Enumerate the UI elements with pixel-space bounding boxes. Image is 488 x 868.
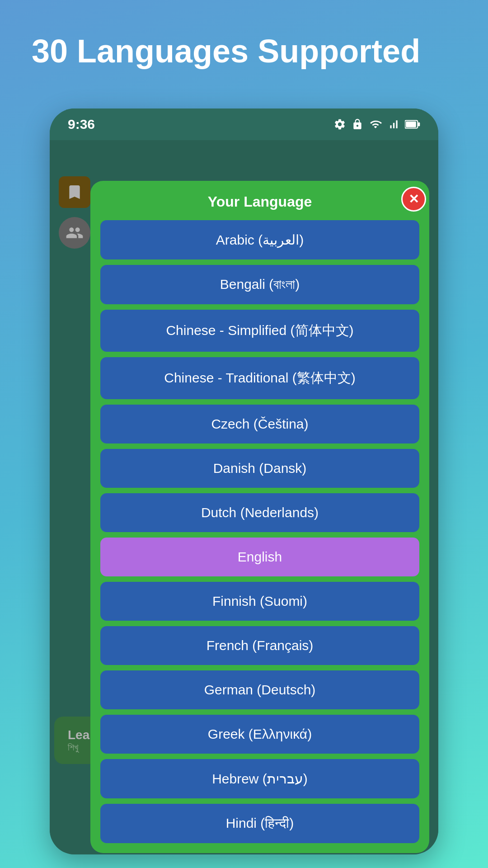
lang-btn-bengali[interactable]: Bengali (বাংলা) — [100, 265, 419, 304]
wifi-icon — [369, 118, 382, 130]
lang-btn-finnish[interactable]: Finnish (Suomi) — [100, 582, 419, 621]
lang-btn-dutch[interactable]: Dutch (Nederlands) — [100, 493, 419, 532]
lang-btn-arabic[interactable]: Arabic (العربية) — [100, 220, 419, 259]
app-background: 🐯 Lea শিখু Your Language ✕ Arabic (العرب… — [50, 140, 438, 854]
lang-btn-chinese-traditional[interactable]: Chinese - Traditional (繁体中文) — [100, 357, 419, 399]
status-bar: 9:36 — [50, 108, 438, 140]
language-dialog: Your Language ✕ Arabic (العربية)Bengali … — [90, 181, 429, 853]
settings-icon — [333, 118, 346, 131]
signal-icon — [388, 118, 399, 130]
svg-rect-1 — [406, 122, 416, 127]
lang-btn-french[interactable]: French (Français) — [100, 626, 419, 665]
battery-icon — [405, 119, 420, 129]
dialog-title: Your Language — [208, 193, 312, 210]
dialog-header: Your Language ✕ — [100, 193, 419, 210]
lang-btn-danish[interactable]: Danish (Dansk) — [100, 449, 419, 488]
language-list: Arabic (العربية)Bengali (বাংলা)Chinese -… — [100, 220, 419, 843]
status-time: 9:36 — [68, 117, 95, 132]
lang-btn-hindi[interactable]: Hindi (हिन्दी) — [100, 804, 419, 843]
lang-btn-hebrew[interactable]: Hebrew (עברית) — [100, 759, 419, 798]
page-title-text: 30 Languages Supported — [0, 0, 488, 93]
lang-btn-czech[interactable]: Czech (Čeština) — [100, 405, 419, 443]
lang-btn-english[interactable]: English — [100, 538, 419, 576]
phone-frame: 9:36 — [50, 108, 438, 854]
lock-icon — [352, 118, 363, 130]
lang-btn-chinese-simplified[interactable]: Chinese - Simplified (简体中文) — [100, 310, 419, 352]
lang-btn-german[interactable]: German (Deutsch) — [100, 670, 419, 709]
svg-rect-2 — [418, 123, 420, 127]
close-button[interactable]: ✕ — [401, 187, 426, 212]
lang-btn-greek[interactable]: Greek (Ελληνικά) — [100, 715, 419, 754]
status-icons — [333, 118, 420, 131]
